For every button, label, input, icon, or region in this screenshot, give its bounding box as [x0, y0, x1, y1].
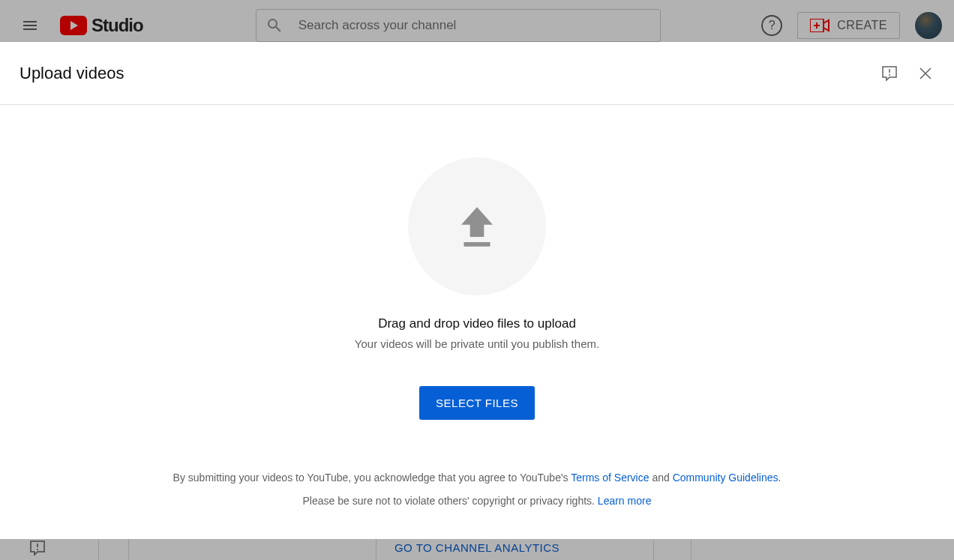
- private-notice-text: Your videos will be private until you pu…: [355, 337, 599, 350]
- svg-point-2: [889, 74, 890, 76]
- svg-rect-3: [464, 242, 490, 247]
- legal-and: and: [650, 472, 673, 484]
- upload-arrow-icon: [451, 200, 503, 253]
- tos-link[interactable]: Terms of Service: [571, 472, 649, 484]
- upload-modal: Upload videos Drag and drop video files …: [0, 42, 954, 539]
- modal-title: Upload videos: [20, 64, 124, 83]
- modal-header-actions: [880, 64, 934, 82]
- select-files-button[interactable]: SELECT FILES: [419, 386, 535, 420]
- drag-drop-text: Drag and drop video files to upload: [378, 316, 576, 331]
- learn-more-link[interactable]: Learn more: [598, 495, 652, 507]
- legal-line1-prefix: By submitting your videos to YouTube, yo…: [173, 472, 572, 484]
- modal-body: Drag and drop video files to upload Your…: [0, 105, 954, 539]
- guidelines-link[interactable]: Community Guidelines: [673, 472, 778, 484]
- close-button[interactable]: [916, 64, 934, 82]
- legal-line1-suffix: .: [778, 472, 781, 484]
- feedback-button[interactable]: [880, 64, 898, 82]
- legal-line2-prefix: Please be sure not to violate others' co…: [303, 495, 598, 507]
- legal-text: By submitting your videos to YouTube, yo…: [173, 466, 782, 513]
- upload-dropzone[interactable]: [408, 157, 546, 295]
- modal-header: Upload videos: [0, 42, 954, 105]
